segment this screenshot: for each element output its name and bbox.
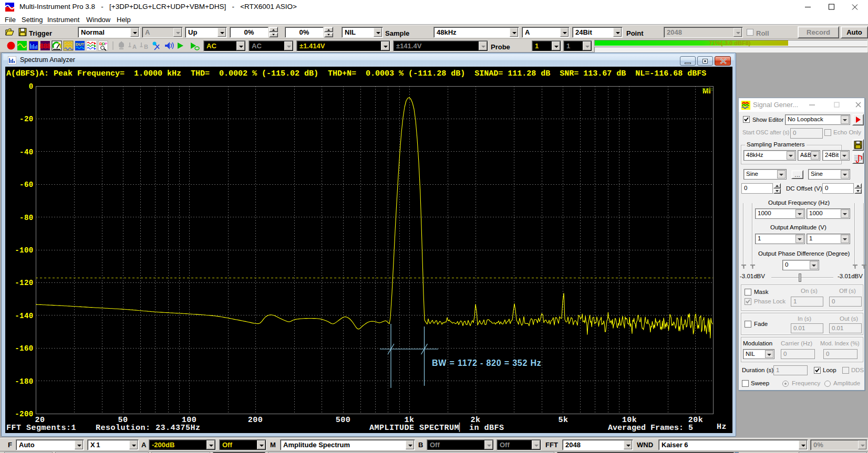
- svg-text:Resolution: 23.4375Hz: Resolution: 23.4375Hz: [96, 424, 201, 433]
- svg-text:-100: -100: [15, 246, 33, 255]
- svg-text:500: 500: [336, 416, 351, 425]
- svg-text:Hz: Hz: [717, 423, 727, 431]
- svg-text:A(dBFS)A: Peak Frequency= 1.0: A(dBFS)A: Peak Frequency= 1.0000 kHz THD…: [6, 69, 706, 78]
- svg-text:FFT Segments:1: FFT Segments:1: [6, 424, 76, 433]
- svg-text:DUT: DUT: [76, 42, 85, 47]
- svg-text:200: 200: [248, 416, 263, 425]
- svg-text:B: B: [144, 44, 148, 50]
- svg-text:Averaged Frames: 5: Averaged Frames: 5: [608, 424, 693, 433]
- svg-text:-80: -80: [19, 214, 33, 222]
- svg-text:-140: -140: [15, 312, 33, 320]
- svg-text:-160: -160: [15, 344, 33, 353]
- svg-text:Mi: Mi: [702, 87, 711, 95]
- svg-text:-180: -180: [15, 377, 33, 386]
- svg-text:P: P: [105, 41, 108, 46]
- svg-text:-200: -200: [15, 410, 33, 418]
- svg-text:0: 0: [29, 82, 34, 91]
- svg-text:AMPLITUDE SPECTRUM▏ in dBFS: AMPLITUDE SPECTRUM▏ in dBFS: [369, 422, 504, 433]
- svg-text:-120: -120: [15, 279, 33, 287]
- svg-text:888: 888: [40, 43, 50, 50]
- svg-text:-60: -60: [19, 181, 33, 189]
- svg-text:-40: -40: [19, 148, 33, 156]
- svg-text:BW = 1172 - 820 = 352 Hz: BW = 1172 - 820 = 352 Hz: [432, 359, 542, 367]
- svg-text:5k: 5k: [558, 416, 568, 425]
- svg-text:-20: -20: [19, 115, 33, 123]
- svg-text:A: A: [132, 44, 137, 50]
